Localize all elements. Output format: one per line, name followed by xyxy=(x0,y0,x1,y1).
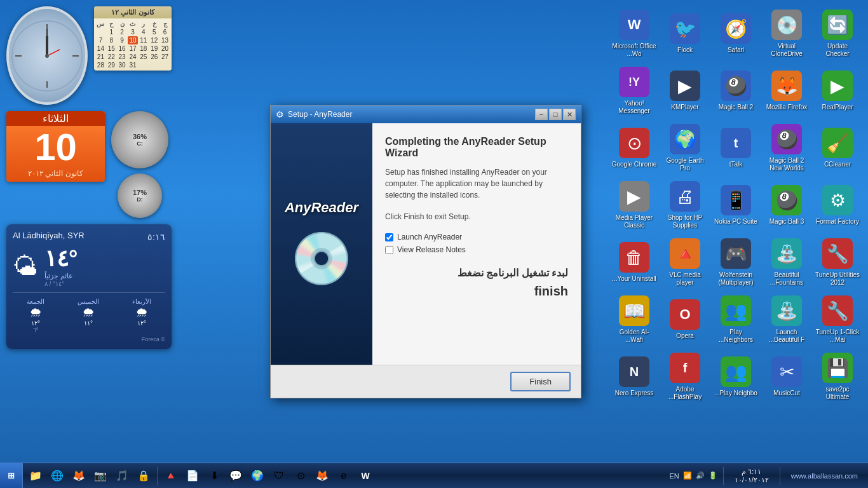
dialog-minimize-button[interactable]: − xyxy=(535,109,548,120)
hdd-widget-c: 36% C: xyxy=(111,111,168,168)
tuneup-label: TuneUp Utilities 2012 xyxy=(815,271,860,287)
taskbar-icon-app3[interactable]: 🔒 xyxy=(133,466,154,486)
taskbar-system-tray: EN 📶 🔊 🔋 ٦:١١ م ١٠/٠١/٢٠١٢ www.alballass… xyxy=(664,467,868,485)
taskbar-icon-folder[interactable]: 📁 xyxy=(25,466,46,486)
desktop-icon-vlc[interactable]: 🔺 VLC media player xyxy=(660,234,710,291)
flock-icon: 🐦 xyxy=(670,13,700,44)
desktop-icon-realplayer[interactable]: ▶ RealPlayer xyxy=(812,62,863,119)
taskbar-icon-browser1[interactable]: 🌐 xyxy=(47,466,67,486)
desktop-icon-google-chrome[interactable]: ⊙ Google Chrome xyxy=(609,119,660,177)
desktop-icon-play-neighbo[interactable]: 👥 Play Neighbo... xyxy=(710,348,761,405)
virtual-clone-label: Virtual CloneDrive xyxy=(764,43,810,58)
desktop-icon-launch-beautiful[interactable]: ⛲ Launch Beautiful F... xyxy=(761,291,812,348)
magicball3-label: Magic Ball 3 xyxy=(770,218,804,226)
play-neighbo-icon: 👥 xyxy=(721,356,751,387)
launch-anyreader-label: Launch AnyReader xyxy=(397,233,462,241)
desktop-icon-ttalk[interactable]: t tTalk xyxy=(710,119,761,177)
launch-anyreader-checkbox[interactable] xyxy=(385,233,393,241)
date-widget: الثلاثاء 10 كانون الثاني ٢٠١٢ xyxy=(6,111,105,182)
desktop-icon-update-checker[interactable]: 🔄 Update Checker xyxy=(812,5,863,62)
taskbar-icon-chat[interactable]: 💬 xyxy=(226,466,246,486)
desktop-icon-ccleaner[interactable]: 🧹 CCleaner xyxy=(812,119,863,177)
taskbar-icon-globe[interactable]: 🌍 xyxy=(247,466,268,486)
dialog-window-controls: − □ ✕ xyxy=(535,109,576,120)
dialog-footer: Finish xyxy=(271,365,581,398)
desktop-icon-golden-wafi[interactable]: 📖 Golden Al-Wafi... xyxy=(609,291,660,348)
google-earth-label: Google Earth Pro xyxy=(662,157,708,172)
taskbar-quick-launch: 📁 🌐 🦊 📷 🎵 🔒 🔺 📄 ⬇ 💬 🌍 🛡 ⊙ 🦊 e W xyxy=(23,466,664,486)
magicball2nw-icon: 🎱 xyxy=(771,124,802,154)
yahoo-label: Yahoo! Messenger xyxy=(611,100,657,115)
desktop-icon-magicball2nw[interactable]: 🎱 Magic Ball 2 New Worlds xyxy=(761,119,812,177)
date-day-name: الثلاثاء xyxy=(6,111,105,126)
weather-temp: ١٤° xyxy=(44,245,78,272)
kmplayer-icon: ▶ xyxy=(670,71,700,101)
weather-current-icon: 🌤 xyxy=(13,252,38,281)
taskbar-battery-icon: 🔋 xyxy=(709,471,717,480)
calendar-grid: س ح ن ث ر خ ج 1 2 3 4 5 6 7 xyxy=(94,18,172,71)
desktop-icon-ms-office[interactable]: W Microsoft Office Wo... xyxy=(609,5,660,62)
dialog-text1: Setup has finished installing AnyReader … xyxy=(385,166,568,201)
start-button[interactable]: ⊞ xyxy=(0,463,23,489)
desktop-icon-hp-shop[interactable]: 🖨 Shop for HP Supplies xyxy=(660,177,710,234)
desktop-icon-beautiful-f[interactable]: ⛲ Beautiful Fountains... xyxy=(761,234,812,291)
dialog-close-button[interactable]: ✕ xyxy=(563,109,576,120)
taskbar-icon-download[interactable]: ⬇ xyxy=(204,466,224,486)
weather-footer: Foreca © xyxy=(13,336,165,342)
firefox-label: Mozilla Firefox xyxy=(766,104,807,111)
desktop-icon-save2pc[interactable]: 💾 save2pc Ultimate xyxy=(812,348,863,405)
weather-desc: غائم جزئياً xyxy=(44,272,78,280)
taskbar-icon-media[interactable]: 🔺 xyxy=(161,466,181,486)
desktop-icon-play-neighbors[interactable]: 👥 Play Neighbors... xyxy=(710,291,761,348)
desktop-icon-tuneup[interactable]: 🔧 TuneUp Utilities 2012 xyxy=(812,234,863,291)
taskbar-icon-app1[interactable]: 📷 xyxy=(90,466,111,486)
desktop-icon-firefox[interactable]: 🦊 Mozilla Firefox xyxy=(761,62,812,119)
dialog-titlebar: ⚙ Setup - AnyReader − □ ✕ xyxy=(271,105,581,123)
desktop-icon-nokia[interactable]: 📱 Nokia PC Suite xyxy=(710,177,761,234)
taskbar-icon-ie[interactable]: e xyxy=(334,466,354,486)
desktop-icon-kmplayer[interactable]: ▶ KMPlayer xyxy=(660,62,710,119)
media-player-classic-icon: ▶ xyxy=(619,181,649,212)
launch-anyreader-row: Launch AnyReader xyxy=(385,233,568,241)
desktop-icon-google-earth[interactable]: 🌍 Google Earth Pro xyxy=(660,119,710,177)
finish-button[interactable]: Finish xyxy=(510,372,571,391)
taskbar-icon-pdf[interactable]: 📄 xyxy=(182,466,203,486)
musiccut-label: MusicCut xyxy=(773,390,800,397)
taskbar-volume-icon[interactable]: 🔊 xyxy=(696,471,705,480)
hp-shop-label: Shop for HP Supplies xyxy=(662,214,708,229)
tuneup-icon: 🔧 xyxy=(822,238,853,269)
play-neighbo-label: Play Neighbo... xyxy=(714,390,757,397)
desktop-icon-flock[interactable]: 🐦 Flock xyxy=(660,5,710,62)
desktop-icon-media-player-classic[interactable]: ▶ Media Player Classic xyxy=(609,177,660,234)
taskbar-icon-browser2[interactable]: 🦊 xyxy=(69,466,89,486)
taskbar-icon-firefox2[interactable]: 🦊 xyxy=(312,466,332,486)
view-release-notes-checkbox[interactable] xyxy=(385,246,393,254)
svg-line-7 xyxy=(47,50,60,56)
desktop-icon-safari[interactable]: 🧭 Safari xyxy=(710,5,761,62)
desktop-icon-adobe-flash[interactable]: f Adobe FlashPlay... xyxy=(660,348,710,405)
desktop-icon-format-factory[interactable]: ⚙ Format Factory xyxy=(812,177,863,234)
taskbar-icon-chrome[interactable]: ⊙ xyxy=(290,466,311,486)
dialog-restore-button[interactable]: □ xyxy=(549,109,562,120)
taskbar-icon-security[interactable]: 🛡 xyxy=(269,466,289,486)
desktop-icon-wolfenstein-mp[interactable]: 🎮 Wolfenstein (Multiplayer) xyxy=(710,234,761,291)
desktop-icon-opera[interactable]: O Opera xyxy=(660,291,710,348)
taskbar-lang[interactable]: EN xyxy=(669,472,679,480)
desktop-icon-musiccut[interactable]: ✂ MusicCut xyxy=(761,348,812,405)
wolfenstein-mp-icon: 🎮 xyxy=(721,238,751,269)
beautiful-f-label: Beautiful Fountains... xyxy=(764,271,810,287)
weather-time: ٥:١٦ xyxy=(147,232,165,242)
taskbar-time: ٦:١١ م xyxy=(735,468,769,476)
taskbar-icon-word[interactable]: W xyxy=(355,466,376,486)
magicball2nw-label: Magic Ball 2 New Worlds xyxy=(764,157,810,172)
desktop-icon-magicball3[interactable]: 🎱 Magic Ball 3 xyxy=(761,177,812,234)
dialog-arabic-line2: finish xyxy=(385,284,568,299)
desktop-icon-nero[interactable]: N Nero Express xyxy=(609,348,660,405)
taskbar-icon-app2[interactable]: 🎵 xyxy=(112,466,132,486)
desktop-icon-yahoo[interactable]: Y! Yahoo! Messenger xyxy=(609,62,660,119)
desktop-icon-your-uninstall[interactable]: 🗑 Your Uninstall... xyxy=(609,234,660,291)
taskbar-url: www.alballassan.com xyxy=(786,472,863,480)
desktop-icon-magicball2[interactable]: 🎱 Magic Ball 2 xyxy=(710,62,761,119)
desktop-icon-tuneup-1click[interactable]: 🔧 TuneUp 1-Click Mai... xyxy=(812,291,863,348)
desktop-icon-virtual-clone[interactable]: 💿 Virtual CloneDrive xyxy=(761,5,812,62)
